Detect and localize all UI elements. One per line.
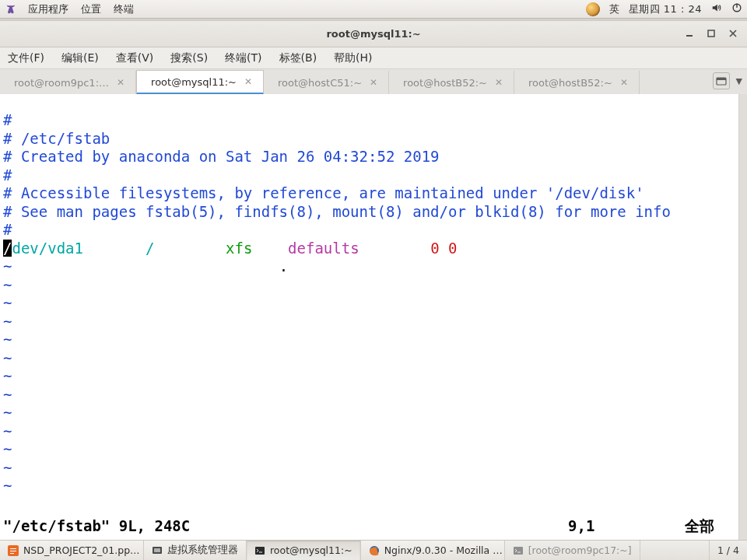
panel-clock[interactable]: 星期四 11 : 24 bbox=[629, 2, 702, 16]
vim-tilde: ~ bbox=[3, 459, 12, 476]
terminal-icon bbox=[254, 545, 265, 556]
gnome-top-panel: 应用程序 位置 终端 英 星期四 11 : 24 bbox=[0, 0, 747, 19]
vim-status-file: "/etc/fstab" 9L, 248C bbox=[3, 517, 190, 536]
svg-rect-1 bbox=[736, 4, 737, 8]
taskbar-item[interactable]: root@mysql11:~ bbox=[247, 541, 361, 560]
terminal-tabbar: root@room9pc1:…✕ root@mysql11:~✕ root@ho… bbox=[0, 69, 747, 94]
menu-view[interactable]: 查看(V) bbox=[113, 50, 157, 67]
tab-label: root@hostB52:~ bbox=[528, 77, 612, 89]
vim-comment-line: # /etc/fstab bbox=[3, 130, 110, 147]
menu-file[interactable]: 文件(F) bbox=[5, 50, 47, 67]
ime-indicator[interactable]: 英 bbox=[609, 2, 619, 16]
gnome-taskbar: NSD_PROJECT2_01.pp… 虚拟系统管理器 root@mysql11… bbox=[0, 540, 747, 560]
vim-tilde: ~ bbox=[3, 349, 12, 366]
fstab-mountpoint: / bbox=[146, 240, 154, 257]
taskbar-item-label: root@mysql11:~ bbox=[270, 544, 352, 556]
tab-close-icon[interactable]: ✕ bbox=[370, 77, 377, 88]
terminal-tab[interactable]: root@hostB52:~✕ bbox=[389, 71, 514, 94]
vim-comment-line: # bbox=[3, 111, 12, 128]
vim-status-line: "/etc/fstab" 9L, 248C 9,1 全部 bbox=[3, 517, 747, 536]
panel-places-menu[interactable]: 位置 bbox=[81, 2, 101, 16]
scrollbar-thumb[interactable] bbox=[738, 94, 747, 540]
taskbar-item-label: Nginx/9.0.30 - Mozilla … bbox=[384, 544, 503, 556]
menu-help[interactable]: 帮助(H) bbox=[331, 50, 375, 67]
fstab-dump: 0 bbox=[430, 240, 439, 257]
svg-rect-9 bbox=[255, 547, 265, 555]
tab-close-icon[interactable]: ✕ bbox=[117, 77, 124, 88]
vim-tilde: ~ bbox=[3, 257, 12, 275]
fstab-options: defaults bbox=[288, 240, 359, 257]
tab-close-icon[interactable]: ✕ bbox=[495, 77, 503, 88]
vim-comment-line: # Accessible filesystems, by reference, … bbox=[3, 184, 644, 201]
vim-cursor: / bbox=[3, 240, 12, 257]
tab-close-icon[interactable]: ✕ bbox=[620, 77, 628, 88]
wps-icon bbox=[8, 545, 19, 556]
tab-menu-dropdown-icon[interactable]: ▼ bbox=[736, 76, 742, 86]
menu-terminal[interactable]: 终端(T) bbox=[222, 50, 265, 67]
fstab-device: dev/vda1 bbox=[12, 240, 83, 257]
vim-comment-line: # See man pages fstab(5), findfs(8), mou… bbox=[3, 203, 671, 220]
tab-close-icon[interactable]: ✕ bbox=[244, 76, 252, 87]
window-minimize-button[interactable] bbox=[680, 25, 699, 42]
new-tab-button[interactable] bbox=[713, 72, 730, 89]
menu-tabs[interactable]: 标签(B) bbox=[276, 50, 321, 67]
window-close-button[interactable] bbox=[724, 25, 742, 42]
vim-tilde: ~ bbox=[3, 313, 12, 330]
terminal-viewport[interactable]: # # /etc/fstab # Created by anaconda on … bbox=[0, 94, 747, 540]
terminal-menubar: 文件(F) 编辑(E) 查看(V) 搜索(S) 终端(T) 标签(B) 帮助(H… bbox=[0, 47, 747, 69]
taskbar-item-label: 虚拟系统管理器 bbox=[167, 544, 238, 557]
window-maximize-button[interactable] bbox=[702, 25, 721, 42]
svg-rect-11 bbox=[514, 547, 523, 555]
virt-manager-icon bbox=[152, 545, 163, 556]
tab-label: root@mysql11:~ bbox=[151, 76, 237, 88]
panel-apps-menu[interactable]: 应用程序 bbox=[28, 2, 68, 16]
terminal-tab[interactable]: root@mysql11:~✕ bbox=[136, 70, 264, 95]
svg-rect-2 bbox=[686, 35, 693, 37]
power-icon[interactable] bbox=[731, 2, 742, 16]
update-indicator-icon[interactable] bbox=[586, 2, 600, 16]
vim-tilde: ~ bbox=[3, 440, 12, 457]
tab-label: root@hostB52:~ bbox=[403, 77, 487, 89]
vim-tilde: ~ bbox=[3, 367, 12, 384]
vim-tilde: ~ bbox=[3, 276, 12, 293]
taskbar-item-label: [root@room9pc17:~] bbox=[528, 544, 632, 556]
vim-ruler: 9,1 bbox=[568, 517, 685, 536]
vim-comment-line: # bbox=[3, 221, 12, 238]
tab-label: root@hostC51:~ bbox=[278, 77, 362, 89]
activities-foot-icon[interactable] bbox=[5, 4, 16, 15]
window-titlebar[interactable]: root@mysql11:~ bbox=[0, 21, 747, 47]
vim-tilde: ~ bbox=[3, 422, 12, 439]
svg-rect-8 bbox=[154, 548, 160, 552]
vim-tilde: ~ bbox=[3, 477, 12, 494]
terminal-tab[interactable]: root@room9pc1:…✕ bbox=[0, 71, 136, 94]
menu-search[interactable]: 搜索(S) bbox=[167, 50, 211, 67]
vim-comment-line: # bbox=[3, 166, 12, 184]
vim-tilde: ~ bbox=[3, 404, 12, 421]
volume-icon[interactable] bbox=[711, 2, 722, 16]
svg-rect-5 bbox=[717, 78, 726, 80]
vim-tilde: ~ bbox=[3, 331, 12, 348]
taskbar-item[interactable]: NSD_PROJECT2_01.pp… bbox=[0, 541, 144, 560]
terminal-window: root@mysql11:~ 文件(F) 编辑(E) 查看(V) 搜索(S) 终… bbox=[0, 20, 747, 540]
workspace-pager[interactable]: 1 / 4 bbox=[709, 541, 747, 560]
menu-edit[interactable]: 编辑(E) bbox=[58, 50, 102, 67]
panel-terminal-menu[interactable]: 终端 bbox=[114, 2, 134, 16]
terminal-icon bbox=[513, 545, 524, 556]
window-title: root@mysql11:~ bbox=[326, 28, 420, 40]
taskbar-item[interactable]: Nginx/9.0.30 - Mozilla … bbox=[361, 541, 505, 560]
vim-position-indicator: 全部 bbox=[685, 517, 747, 536]
fstab-pass: 0 bbox=[448, 240, 457, 257]
svg-rect-3 bbox=[708, 30, 714, 37]
vim-comment-line: # Created by anaconda on Sat Jan 26 04:3… bbox=[3, 148, 440, 165]
vim-tilde: ~ bbox=[3, 294, 12, 311]
taskbar-item[interactable]: [root@room9pc17:~] bbox=[505, 541, 640, 560]
firefox-icon bbox=[369, 545, 380, 556]
vim-tilde: ~ bbox=[3, 386, 12, 403]
taskbar-item[interactable]: 虚拟系统管理器 bbox=[144, 541, 247, 560]
taskbar-item-label: NSD_PROJECT2_01.pp… bbox=[23, 544, 140, 556]
terminal-tab[interactable]: root@hostB52:~✕ bbox=[514, 71, 640, 94]
fstab-fstype: xfs bbox=[226, 240, 252, 257]
tab-label: root@room9pc1:… bbox=[14, 77, 109, 89]
terminal-scrollbar[interactable] bbox=[738, 94, 747, 540]
terminal-tab[interactable]: root@hostC51:~✕ bbox=[264, 71, 389, 94]
